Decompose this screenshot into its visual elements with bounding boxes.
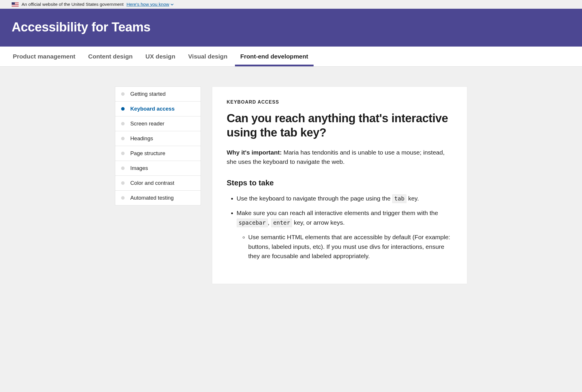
code-tab: tab — [392, 194, 406, 203]
content-kicker: KEYBOARD ACCESS — [227, 100, 452, 105]
sidenav-item-keyboard-access[interactable]: Keyboard access — [115, 102, 201, 116]
nav-item-product-management[interactable]: Product management — [8, 47, 81, 66]
main-content: KEYBOARD ACCESS Can you reach anything t… — [212, 86, 467, 284]
gov-banner-link-text: Here's how you know — [126, 2, 169, 7]
step-2: Make sure you can reach all interactive … — [237, 208, 452, 261]
content-intro: Why it's important: Maria has tendonitis… — [227, 148, 452, 167]
site-header: Accessibility for Teams — [0, 9, 582, 47]
gov-banner-link[interactable]: Here's how you know — [126, 2, 174, 7]
sidenav-item-getting-started[interactable]: Getting started — [115, 87, 201, 102]
code-spacebar: spacebar — [237, 219, 268, 227]
code-enter: enter — [271, 219, 292, 227]
page-wrap: Getting started Keyboard access Screen r… — [103, 67, 479, 296]
intro-label: Why it's important: — [227, 149, 282, 156]
step-2-text-a: Make sure you can reach all interactive … — [237, 210, 438, 216]
sidenav-item-page-structure[interactable]: Page structure — [115, 146, 201, 161]
sidenav-item-color-and-contrast[interactable]: Color and contrast — [115, 176, 201, 191]
gov-banner: An official website of the United States… — [0, 0, 582, 9]
step-1: Use the keyboard to navigate through the… — [237, 194, 452, 203]
sidenav-item-screen-reader[interactable]: Screen reader — [115, 116, 201, 131]
steps-heading: Steps to take — [227, 178, 452, 187]
us-flag-icon — [12, 2, 19, 7]
step-2-text-b: key, or arrow keys. — [292, 219, 345, 226]
step-2-mid: , — [268, 219, 271, 226]
sidenav-item-images[interactable]: Images — [115, 161, 201, 176]
content-title: Can you reach anything that's interactiv… — [227, 111, 452, 140]
nav-item-ux-design[interactable]: UX design — [140, 47, 181, 66]
site-title: Accessibility for Teams — [12, 20, 570, 34]
step-2-sub-1: Use semantic HTML elements that are acce… — [248, 233, 452, 261]
chevron-down-icon — [170, 2, 174, 6]
primary-nav: Product management Content design UX des… — [0, 47, 582, 67]
primary-nav-list: Product management Content design UX des… — [0, 47, 582, 66]
sidenav: Getting started Keyboard access Screen r… — [115, 86, 201, 205]
steps-list: Use the keyboard to navigate through the… — [227, 194, 452, 261]
gov-banner-text: An official website of the United States… — [22, 2, 123, 7]
step-1-text-a: Use the keyboard to navigate through the… — [237, 195, 392, 202]
nav-item-visual-design[interactable]: Visual design — [183, 47, 233, 66]
sidenav-item-automated-testing[interactable]: Automated testing — [115, 191, 201, 205]
step-1-text-b: key. — [406, 195, 419, 202]
nav-item-front-end-development[interactable]: Front-end development — [235, 47, 313, 66]
nav-item-content-design[interactable]: Content design — [83, 47, 138, 66]
sidenav-item-headings[interactable]: Headings — [115, 131, 201, 146]
step-2-sublist: Use semantic HTML elements that are acce… — [237, 233, 452, 261]
